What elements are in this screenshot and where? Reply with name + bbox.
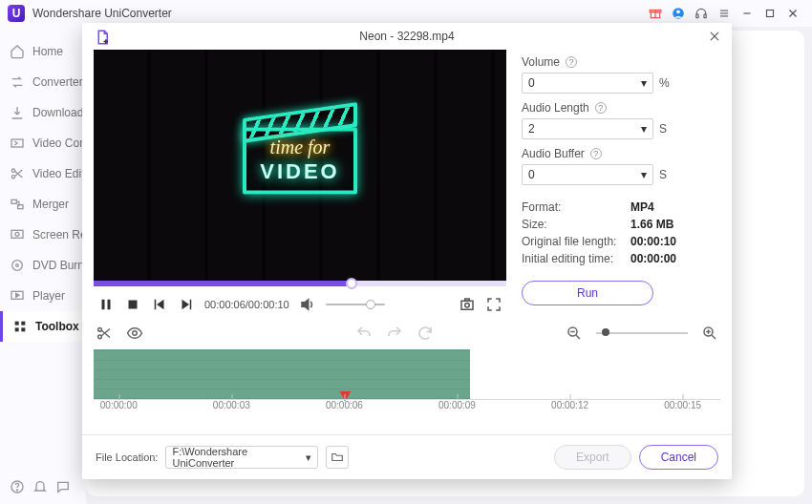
svg-rect-33 <box>108 300 111 310</box>
refresh-button[interactable] <box>417 325 434 342</box>
zoom-slider[interactable] <box>596 332 688 334</box>
help-icon[interactable]: ? <box>590 148 602 159</box>
video-preview[interactable]: time for VIDEO <box>94 50 506 281</box>
svg-rect-26 <box>15 327 19 331</box>
zoom-in-button[interactable] <box>701 325 718 342</box>
audio-buffer-unit: S <box>659 168 667 181</box>
sidebar-item-recorder[interactable]: Screen Recorder <box>0 220 86 250</box>
chevron-down-icon: ▾ <box>641 122 647 136</box>
menu-icon[interactable] <box>713 2 736 25</box>
svg-line-45 <box>576 335 580 339</box>
sidebar-item-merger[interactable]: Merger <box>0 189 86 220</box>
toolbox-icon <box>12 319 28 334</box>
modal-title: Neon - 32298.mp4 <box>359 30 454 43</box>
fullscreen-button[interactable] <box>485 296 502 313</box>
modal-close-button[interactable] <box>705 27 724 46</box>
svg-rect-27 <box>21 327 25 331</box>
svg-point-4 <box>676 10 680 13</box>
maximize-button[interactable] <box>759 2 781 25</box>
orig-len-label: Original file length: <box>522 235 621 248</box>
volume-select[interactable]: 0▾ <box>522 73 653 94</box>
run-button[interactable]: Run <box>522 281 653 305</box>
svg-rect-24 <box>15 322 19 326</box>
sidebar-item-label: Merger <box>32 198 69 211</box>
params-panel: Volume? 0▾ % Audio Length? 2▾ S Audio Bu… <box>522 50 720 319</box>
timeline-track[interactable] <box>94 349 470 399</box>
sidebar-item-label: Video Compressor <box>32 136 86 150</box>
neon-clapper-graphic: time for VIDEO <box>243 127 357 194</box>
merge-icon <box>10 197 25 212</box>
sidebar-item-home[interactable]: Home <box>0 36 86 67</box>
stop-button[interactable] <box>124 296 141 313</box>
help-icon[interactable]: ? <box>595 102 607 114</box>
export-button[interactable]: Export <box>554 445 631 470</box>
svg-point-20 <box>15 232 19 236</box>
snapshot-button[interactable] <box>459 296 476 313</box>
sidebar-item-player[interactable]: Player <box>0 281 86 311</box>
message-icon[interactable] <box>55 479 71 494</box>
next-frame-button[interactable] <box>178 296 195 313</box>
preview-panel: time for VIDEO 00:00:06/00:00:10 <box>94 50 506 319</box>
cut-tool[interactable] <box>96 325 113 342</box>
ruler-tick: 00:00:00 <box>100 400 138 410</box>
cancel-button[interactable]: Cancel <box>639 445 718 470</box>
sidebar-item-downloader[interactable]: Downloader <box>0 97 86 128</box>
volume-unit: % <box>659 76 670 90</box>
sidebar-item-label: Home <box>32 45 63 58</box>
add-file-icon[interactable] <box>94 29 111 46</box>
minimize-button[interactable] <box>736 2 759 25</box>
chevron-down-icon: ▾ <box>641 76 647 90</box>
sidebar-item-compressor[interactable]: Video Compressor <box>0 128 86 158</box>
svg-rect-34 <box>129 301 138 309</box>
help-icon[interactable]: ? <box>566 56 577 68</box>
pause-button[interactable] <box>97 296 115 313</box>
sidebar-item-dvd[interactable]: DVD Burner <box>0 250 86 281</box>
orig-len-value: 00:00:10 <box>630 235 676 248</box>
sidebar-item-editor[interactable]: Video Editor <box>0 158 86 189</box>
sidebar-item-label: Video Editor <box>32 167 86 180</box>
close-button[interactable] <box>781 2 804 25</box>
prev-frame-button[interactable] <box>151 296 168 313</box>
preview-tool[interactable] <box>126 325 143 342</box>
svg-rect-6 <box>704 14 706 18</box>
gift-icon[interactable] <box>644 2 667 25</box>
svg-rect-5 <box>696 14 698 18</box>
open-folder-button[interactable] <box>326 446 349 469</box>
compress-icon <box>10 136 25 151</box>
sidebar-item-toolbox[interactable]: Toolbox <box>0 311 86 342</box>
volume-label: Volume <box>522 55 560 69</box>
redo-button[interactable] <box>386 325 403 342</box>
svg-rect-32 <box>102 300 105 310</box>
svg-rect-37 <box>461 301 473 309</box>
video-progress[interactable] <box>94 281 506 286</box>
sidebar-item-label: Player <box>32 289 65 303</box>
volume-icon[interactable] <box>299 296 316 313</box>
undo-button[interactable] <box>355 325 373 342</box>
volume-slider[interactable] <box>326 304 385 305</box>
audio-buffer-select[interactable]: 0▾ <box>522 164 653 185</box>
avatar-icon[interactable] <box>667 2 690 25</box>
time-display: 00:00:06/00:00:10 <box>204 299 289 310</box>
sidebar-item-converter[interactable]: Converter <box>0 67 86 97</box>
init-edit-label: Initial editing time: <box>522 252 621 265</box>
audio-buffer-label: Audio Buffer <box>522 147 585 160</box>
scissors-icon <box>10 166 25 181</box>
home-icon <box>10 44 25 59</box>
help-icon[interactable] <box>10 479 25 494</box>
format-label: Format: <box>522 200 621 214</box>
file-location-select[interactable]: F:\Wondershare UniConverter▾ <box>165 446 318 469</box>
svg-point-38 <box>465 304 470 308</box>
dvd-icon <box>10 258 25 273</box>
headphones-icon[interactable] <box>690 2 713 25</box>
svg-rect-36 <box>190 300 192 310</box>
ruler-tick: 00:00:15 <box>664 400 701 410</box>
chevron-down-icon: ▾ <box>641 168 647 181</box>
zoom-out-button[interactable] <box>566 325 583 342</box>
audio-length-select[interactable]: 2▾ <box>522 118 653 139</box>
bell-icon[interactable] <box>32 479 48 494</box>
svg-rect-39 <box>465 299 470 301</box>
audio-length-unit: S <box>659 122 667 136</box>
app-logo: U <box>8 5 25 22</box>
svg-rect-35 <box>155 300 157 310</box>
neon-text-1: time for <box>246 136 353 158</box>
